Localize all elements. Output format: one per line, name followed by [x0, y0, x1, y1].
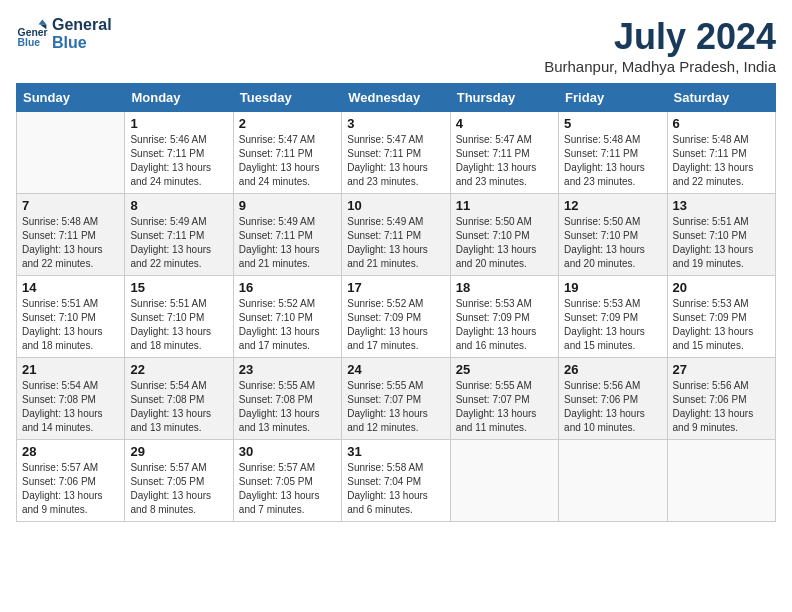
calendar-cell: 19Sunrise: 5:53 AMSunset: 7:09 PMDayligh…	[559, 276, 667, 358]
col-header-saturday: Saturday	[667, 84, 775, 112]
calendar-cell: 31Sunrise: 5:58 AMSunset: 7:04 PMDayligh…	[342, 440, 450, 522]
col-header-sunday: Sunday	[17, 84, 125, 112]
day-info: Sunrise: 5:48 AMSunset: 7:11 PMDaylight:…	[22, 215, 119, 271]
day-number: 14	[22, 280, 119, 295]
logo: General Blue General Blue	[16, 16, 112, 51]
day-number: 18	[456, 280, 553, 295]
day-info: Sunrise: 5:54 AMSunset: 7:08 PMDaylight:…	[130, 379, 227, 435]
day-info: Sunrise: 5:52 AMSunset: 7:09 PMDaylight:…	[347, 297, 444, 353]
svg-text:Blue: Blue	[18, 37, 41, 48]
day-info: Sunrise: 5:50 AMSunset: 7:10 PMDaylight:…	[564, 215, 661, 271]
day-info: Sunrise: 5:51 AMSunset: 7:10 PMDaylight:…	[673, 215, 770, 271]
day-info: Sunrise: 5:50 AMSunset: 7:10 PMDaylight:…	[456, 215, 553, 271]
calendar-cell: 21Sunrise: 5:54 AMSunset: 7:08 PMDayligh…	[17, 358, 125, 440]
calendar-cell: 8Sunrise: 5:49 AMSunset: 7:11 PMDaylight…	[125, 194, 233, 276]
day-number: 23	[239, 362, 336, 377]
day-number: 12	[564, 198, 661, 213]
day-info: Sunrise: 5:48 AMSunset: 7:11 PMDaylight:…	[564, 133, 661, 189]
day-number: 4	[456, 116, 553, 131]
month-year: July 2024	[544, 16, 776, 58]
day-number: 30	[239, 444, 336, 459]
day-number: 25	[456, 362, 553, 377]
day-info: Sunrise: 5:57 AMSunset: 7:05 PMDaylight:…	[130, 461, 227, 517]
calendar-cell: 30Sunrise: 5:57 AMSunset: 7:05 PMDayligh…	[233, 440, 341, 522]
calendar-cell: 27Sunrise: 5:56 AMSunset: 7:06 PMDayligh…	[667, 358, 775, 440]
day-number: 10	[347, 198, 444, 213]
week-row: 1Sunrise: 5:46 AMSunset: 7:11 PMDaylight…	[17, 112, 776, 194]
day-number: 24	[347, 362, 444, 377]
week-row: 7Sunrise: 5:48 AMSunset: 7:11 PMDaylight…	[17, 194, 776, 276]
day-number: 19	[564, 280, 661, 295]
day-number: 21	[22, 362, 119, 377]
calendar-cell: 25Sunrise: 5:55 AMSunset: 7:07 PMDayligh…	[450, 358, 558, 440]
calendar-cell: 13Sunrise: 5:51 AMSunset: 7:10 PMDayligh…	[667, 194, 775, 276]
week-row: 21Sunrise: 5:54 AMSunset: 7:08 PMDayligh…	[17, 358, 776, 440]
day-info: Sunrise: 5:57 AMSunset: 7:05 PMDaylight:…	[239, 461, 336, 517]
day-info: Sunrise: 5:47 AMSunset: 7:11 PMDaylight:…	[347, 133, 444, 189]
day-number: 17	[347, 280, 444, 295]
day-number: 16	[239, 280, 336, 295]
col-header-thursday: Thursday	[450, 84, 558, 112]
day-number: 6	[673, 116, 770, 131]
day-info: Sunrise: 5:55 AMSunset: 7:07 PMDaylight:…	[347, 379, 444, 435]
day-number: 13	[673, 198, 770, 213]
calendar-cell: 23Sunrise: 5:55 AMSunset: 7:08 PMDayligh…	[233, 358, 341, 440]
calendar-cell: 20Sunrise: 5:53 AMSunset: 7:09 PMDayligh…	[667, 276, 775, 358]
day-info: Sunrise: 5:53 AMSunset: 7:09 PMDaylight:…	[673, 297, 770, 353]
calendar-cell: 16Sunrise: 5:52 AMSunset: 7:10 PMDayligh…	[233, 276, 341, 358]
day-number: 31	[347, 444, 444, 459]
day-info: Sunrise: 5:55 AMSunset: 7:07 PMDaylight:…	[456, 379, 553, 435]
calendar-cell: 10Sunrise: 5:49 AMSunset: 7:11 PMDayligh…	[342, 194, 450, 276]
calendar-cell: 14Sunrise: 5:51 AMSunset: 7:10 PMDayligh…	[17, 276, 125, 358]
day-info: Sunrise: 5:52 AMSunset: 7:10 PMDaylight:…	[239, 297, 336, 353]
calendar-cell: 2Sunrise: 5:47 AMSunset: 7:11 PMDaylight…	[233, 112, 341, 194]
day-info: Sunrise: 5:46 AMSunset: 7:11 PMDaylight:…	[130, 133, 227, 189]
calendar-cell: 6Sunrise: 5:48 AMSunset: 7:11 PMDaylight…	[667, 112, 775, 194]
calendar-cell	[450, 440, 558, 522]
day-info: Sunrise: 5:53 AMSunset: 7:09 PMDaylight:…	[564, 297, 661, 353]
day-number: 3	[347, 116, 444, 131]
day-info: Sunrise: 5:58 AMSunset: 7:04 PMDaylight:…	[347, 461, 444, 517]
day-info: Sunrise: 5:51 AMSunset: 7:10 PMDaylight:…	[22, 297, 119, 353]
calendar-cell	[667, 440, 775, 522]
calendar-cell: 22Sunrise: 5:54 AMSunset: 7:08 PMDayligh…	[125, 358, 233, 440]
calendar-cell: 3Sunrise: 5:47 AMSunset: 7:11 PMDaylight…	[342, 112, 450, 194]
logo-icon: General Blue	[16, 18, 48, 50]
col-header-monday: Monday	[125, 84, 233, 112]
logo-subtext: Blue	[52, 34, 112, 52]
calendar-cell: 29Sunrise: 5:57 AMSunset: 7:05 PMDayligh…	[125, 440, 233, 522]
col-header-friday: Friday	[559, 84, 667, 112]
col-header-tuesday: Tuesday	[233, 84, 341, 112]
calendar-cell: 1Sunrise: 5:46 AMSunset: 7:11 PMDaylight…	[125, 112, 233, 194]
calendar-cell: 12Sunrise: 5:50 AMSunset: 7:10 PMDayligh…	[559, 194, 667, 276]
svg-marker-2	[38, 19, 46, 24]
title-block: July 2024 Burhanpur, Madhya Pradesh, Ind…	[544, 16, 776, 75]
day-info: Sunrise: 5:47 AMSunset: 7:11 PMDaylight:…	[456, 133, 553, 189]
day-number: 2	[239, 116, 336, 131]
week-row: 28Sunrise: 5:57 AMSunset: 7:06 PMDayligh…	[17, 440, 776, 522]
day-info: Sunrise: 5:56 AMSunset: 7:06 PMDaylight:…	[673, 379, 770, 435]
day-number: 9	[239, 198, 336, 213]
header-row: SundayMondayTuesdayWednesdayThursdayFrid…	[17, 84, 776, 112]
day-number: 22	[130, 362, 227, 377]
day-number: 5	[564, 116, 661, 131]
calendar-cell: 26Sunrise: 5:56 AMSunset: 7:06 PMDayligh…	[559, 358, 667, 440]
logo-text: General	[52, 16, 112, 34]
page-header: General Blue General Blue July 2024 Burh…	[16, 16, 776, 75]
day-number: 1	[130, 116, 227, 131]
day-number: 28	[22, 444, 119, 459]
day-info: Sunrise: 5:53 AMSunset: 7:09 PMDaylight:…	[456, 297, 553, 353]
day-info: Sunrise: 5:49 AMSunset: 7:11 PMDaylight:…	[347, 215, 444, 271]
calendar-cell: 17Sunrise: 5:52 AMSunset: 7:09 PMDayligh…	[342, 276, 450, 358]
day-info: Sunrise: 5:55 AMSunset: 7:08 PMDaylight:…	[239, 379, 336, 435]
calendar-cell: 28Sunrise: 5:57 AMSunset: 7:06 PMDayligh…	[17, 440, 125, 522]
calendar-cell	[559, 440, 667, 522]
calendar-cell	[17, 112, 125, 194]
day-info: Sunrise: 5:56 AMSunset: 7:06 PMDaylight:…	[564, 379, 661, 435]
col-header-wednesday: Wednesday	[342, 84, 450, 112]
day-info: Sunrise: 5:49 AMSunset: 7:11 PMDaylight:…	[239, 215, 336, 271]
day-info: Sunrise: 5:57 AMSunset: 7:06 PMDaylight:…	[22, 461, 119, 517]
calendar-cell: 11Sunrise: 5:50 AMSunset: 7:10 PMDayligh…	[450, 194, 558, 276]
day-number: 7	[22, 198, 119, 213]
day-number: 27	[673, 362, 770, 377]
